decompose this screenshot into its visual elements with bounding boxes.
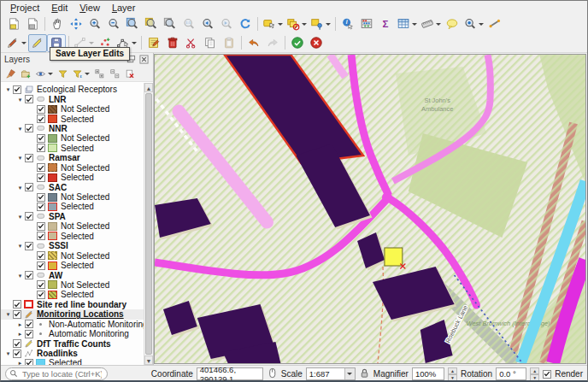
tree-row-nnr[interactable]: ▾NNR (1, 124, 144, 133)
zoom-native-icon[interactable]: 1:1 (179, 15, 198, 33)
zoom-search-icon[interactable] (462, 15, 485, 33)
expander-icon[interactable]: ▸ (15, 360, 25, 365)
filter-legend-icon[interactable] (55, 67, 70, 81)
current-edits-icon[interactable] (4, 34, 28, 52)
cancel-edits-icon[interactable] (307, 34, 326, 52)
tree-row-not-selected[interactable]: Not Selected (1, 221, 144, 231)
dropdown-arrow-icon[interactable] (412, 23, 417, 26)
copy-features-icon[interactable] (201, 34, 220, 52)
coordinate-field[interactable]: 401466.6, 290129.1 (197, 367, 263, 380)
expander-icon[interactable]: ▾ (15, 214, 25, 220)
dropdown-arrow-icon[interactable] (89, 42, 94, 44)
scroll-down-icon[interactable]: ▼ (144, 356, 153, 365)
layout-manager-icon[interactable] (23, 15, 42, 33)
map-canvas[interactable]: West Bromwich (Interchange) (154, 54, 586, 364)
layer-checkbox[interactable] (25, 359, 33, 365)
dropdown-arrow-icon[interactable] (326, 23, 331, 26)
tree-row-sssi[interactable]: ▾SSSI (1, 241, 144, 250)
layer-checkbox[interactable] (37, 115, 45, 123)
expander-icon[interactable]: ▾ (15, 97, 25, 103)
layer-checkbox[interactable] (25, 330, 33, 338)
remove-layer-icon[interactable] (122, 67, 138, 81)
collapse-all-icon[interactable] (107, 67, 122, 81)
dropdown-arrow-icon[interactable] (48, 73, 53, 75)
tree-row-not-selected[interactable]: Not Selected (1, 163, 144, 173)
zoom-to-layer-icon[interactable] (161, 15, 179, 33)
tree-row-selected[interactable]: Selected (1, 232, 144, 241)
tree-row-aw[interactable]: ▾AW (1, 270, 144, 279)
identify-features-icon[interactable]: i (338, 15, 357, 33)
zoom-to-selection-icon[interactable] (142, 15, 161, 33)
layer-checkbox[interactable] (25, 154, 33, 162)
refresh-map-icon[interactable] (236, 15, 255, 33)
tree-row-lnr[interactable]: ▾LNR (1, 94, 144, 103)
tree-row-spa[interactable]: ▾SPA (1, 212, 144, 221)
expander-icon[interactable]: ▾ (15, 185, 25, 191)
layer-checkbox[interactable] (13, 350, 21, 358)
layer-checkbox[interactable] (37, 232, 45, 240)
tree-row-sac[interactable]: ▾SAC (1, 182, 144, 191)
tree-row-ecological-receptors[interactable]: ▾Ecological Receptors (1, 85, 144, 94)
dropdown-arrow-icon[interactable] (278, 23, 283, 26)
layer-checkbox[interactable] (37, 251, 45, 260)
rotation-field[interactable]: 0.0 ° (496, 367, 526, 380)
layer-checkbox[interactable] (37, 222, 45, 231)
render-checkbox[interactable] (543, 370, 551, 379)
tree-row-selected[interactable]: Selected (1, 261, 144, 270)
magnifier-spinner[interactable]: ▲▼ (448, 367, 457, 380)
scroll-up-icon[interactable]: ▲ (144, 83, 153, 92)
toggle-editing-icon[interactable] (28, 34, 47, 52)
zoom-next-icon[interactable] (217, 15, 236, 33)
dropdown-arrow-icon[interactable] (302, 23, 307, 26)
tree-row-not-selected[interactable]: Not Selected (1, 104, 144, 114)
locate-input[interactable] (21, 368, 103, 379)
menu-view[interactable]: View (74, 2, 106, 14)
tree-row-automatic-monitoring[interactable]: ▸Automatic Monitoring (1, 329, 144, 338)
layer-checkbox[interactable] (13, 300, 21, 309)
dropdown-arrow-icon[interactable] (479, 23, 484, 26)
dropdown-arrow-icon[interactable] (85, 73, 90, 75)
dropdown-arrow-icon[interactable] (21, 42, 26, 44)
layer-checkbox[interactable] (25, 95, 33, 103)
locate-search[interactable] (5, 367, 108, 380)
measure-icon[interactable] (419, 15, 443, 33)
confirm-edits-icon[interactable] (288, 34, 307, 52)
tree-row-selected[interactable]: Selected (1, 144, 144, 153)
tree-row-non-automatic-monitoring[interactable]: ▸Non-Automatic Monitoring (1, 320, 144, 329)
filter-by-expression-icon[interactable]: ε (70, 67, 91, 81)
layer-checkbox[interactable] (25, 320, 33, 328)
map-tips-icon[interactable] (443, 15, 462, 33)
tree-row-selected[interactable]: Selected (1, 173, 144, 182)
layer-checkbox[interactable] (37, 173, 45, 182)
attribute-table-icon[interactable] (395, 15, 419, 33)
layer-checkbox[interactable] (13, 85, 21, 94)
layer-checkbox[interactable] (13, 339, 21, 348)
expander-icon[interactable]: ▾ (3, 311, 13, 317)
scale-combo[interactable]: 1:687 (306, 367, 356, 380)
paste-features-icon[interactable] (220, 34, 238, 52)
layer-checkbox[interactable] (25, 183, 33, 191)
zoom-out-icon[interactable] (104, 15, 123, 33)
dropdown-arrow-icon[interactable] (132, 42, 137, 44)
expander-icon[interactable]: ▸ (15, 331, 25, 337)
expander-icon[interactable]: ▾ (15, 273, 25, 279)
zoom-last-icon[interactable] (198, 15, 217, 33)
pan-map-icon[interactable] (48, 15, 67, 33)
tree-row-roadlinks[interactable]: ▾Roadlinks (1, 349, 144, 358)
scroll-thumb[interactable] (145, 93, 152, 355)
layer-checkbox[interactable] (37, 291, 45, 299)
scale-dropdown-icon[interactable] (344, 368, 355, 379)
layer-styling-icon[interactable] (3, 67, 18, 81)
tree-row-not-selected[interactable]: Not Selected (1, 192, 144, 202)
layer-checkbox[interactable] (37, 144, 45, 152)
layer-checkbox[interactable] (37, 134, 45, 143)
menu-project[interactable]: Project (4, 2, 45, 14)
expander-icon[interactable]: ▾ (15, 126, 25, 132)
expander-icon[interactable]: ▾ (15, 155, 25, 161)
cut-features-icon[interactable] (182, 34, 201, 52)
layer-checkbox[interactable] (37, 280, 45, 289)
tree-row-not-selected[interactable]: Not Selected (1, 250, 144, 260)
deselect-features-icon[interactable] (285, 15, 309, 33)
tree-row-selected[interactable]: Selected (1, 114, 144, 123)
tree-row-selected[interactable]: ▸Selected (1, 358, 144, 365)
